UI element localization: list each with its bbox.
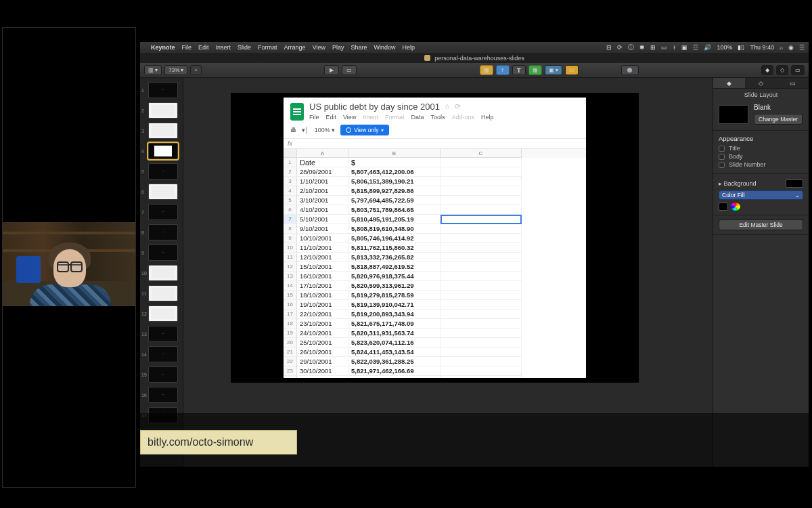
battery-icon[interactable]: ▮▯ xyxy=(738,44,744,51)
insert-shape-button[interactable]: ▦ xyxy=(528,65,542,75)
insert-comment-button[interactable]: ▭ xyxy=(565,65,579,75)
table-row: 1417/10/20015,820,599,313,961.29 xyxy=(284,281,586,291)
filter-icon: ▾│ xyxy=(302,127,309,133)
menu-share[interactable]: Share xyxy=(351,44,367,51)
webcam-feed xyxy=(3,222,135,306)
notifications-icon[interactable]: ☰ xyxy=(799,44,805,51)
view-mode-button[interactable]: ▥ ▾ xyxy=(144,65,162,75)
app-name[interactable]: Keynote xyxy=(151,44,175,51)
slide-thumbnail[interactable]: 8··· xyxy=(148,224,179,240)
menu-play[interactable]: Play xyxy=(332,44,344,51)
window-titlebar[interactable]: personal-data-warehouses-slides xyxy=(140,53,809,63)
wifi-icon[interactable]: ☲ xyxy=(693,44,698,51)
info-icon[interactable]: ⓘ xyxy=(628,43,634,52)
background-fill-select[interactable]: Color Fill⌄ xyxy=(719,190,803,200)
slide-thumbnail[interactable]: 10 xyxy=(148,265,179,281)
change-master-button[interactable]: Change Master xyxy=(754,114,803,125)
animate-inspector-button[interactable]: ◇ xyxy=(776,65,788,75)
slide-thumbnail[interactable]: 11 xyxy=(148,285,179,301)
menu-edit[interactable]: Edit xyxy=(198,44,209,51)
menu-insert[interactable]: Insert xyxy=(216,44,231,51)
master-preview xyxy=(719,105,748,124)
insert-table-button[interactable]: ▦ xyxy=(480,65,493,75)
sync-icon[interactable]: ⟳ xyxy=(617,44,623,51)
table-row: 2126/10/20015,824,411,453,143.54 xyxy=(284,347,586,357)
macos-menubar[interactable]: Keynote File Edit Insert Slide Format Ar… xyxy=(140,42,809,53)
background-swatch[interactable] xyxy=(786,179,803,188)
insert-chart-button[interactable]: ⫯ xyxy=(496,65,510,75)
checkbox-slide-number[interactable]: Slide Number xyxy=(719,161,803,168)
format-inspector-button[interactable]: ◆ xyxy=(761,65,773,75)
add-slide-button[interactable]: + xyxy=(190,65,202,75)
slide-thumbnail[interactable]: 13··· xyxy=(148,326,179,342)
insert-text-button[interactable]: T xyxy=(512,65,526,75)
slide-thumbnail[interactable]: 4 xyxy=(148,143,179,159)
menu-format[interactable]: Format xyxy=(258,44,277,51)
insert-media-button[interactable]: ▣ ▾ xyxy=(545,65,562,75)
table-row: 2431/10/20015,815,983,290,402.24 xyxy=(284,376,586,378)
sheets-menu-item: File xyxy=(309,114,319,121)
formula-bar: fx xyxy=(284,139,586,149)
appearance-label: Appearance xyxy=(719,135,803,142)
checkbox-body[interactable]: Body xyxy=(719,153,803,160)
webcam-panel xyxy=(2,27,136,488)
sheets-menu-item: Format xyxy=(385,114,405,121)
app-icon[interactable]: ▣ xyxy=(681,44,687,51)
menu-slide[interactable]: Slide xyxy=(238,44,251,51)
play-button[interactable]: ▶ xyxy=(324,65,339,75)
slide-thumbnail[interactable]: 2 xyxy=(148,102,179,119)
sheets-menu-item: Insert xyxy=(363,114,378,121)
bluetooth-icon[interactable]: ᚼ xyxy=(673,44,676,51)
collaborate-button[interactable] xyxy=(621,65,639,75)
sheets-zoom: 100% ▾ xyxy=(315,127,336,133)
color-wheel-icon[interactable] xyxy=(731,203,740,211)
menu-window[interactable]: Window xyxy=(374,44,396,51)
slide-thumbnail[interactable]: 17··· xyxy=(148,407,179,423)
present-button[interactable]: ▭ xyxy=(342,65,357,75)
table-row: 1619/10/20015,819,139,910,042.71 xyxy=(284,300,586,310)
slide-navigator[interactable]: 1···2345···67···8···9···10111213···14···… xyxy=(140,78,183,467)
grid-icon[interactable]: ⊞ xyxy=(650,44,656,51)
slide-thumbnail[interactable]: 16··· xyxy=(148,387,179,403)
col-header-b: B xyxy=(348,149,441,158)
menu-view[interactable]: View xyxy=(313,44,325,51)
edit-master-slide-button[interactable]: Edit Master Slide xyxy=(719,219,803,230)
clock[interactable]: Thu 9:40 xyxy=(750,44,774,51)
document-inspector-button[interactable]: ▭ xyxy=(791,65,805,75)
google-sheets-screenshot: US public debt by day since 2001 ☆ ⟳ Fil… xyxy=(284,98,586,378)
document-title: personal-data-warehouses-slides xyxy=(434,55,524,62)
slide-thumbnail[interactable]: 12 xyxy=(148,305,179,322)
keynote-window: Keynote File Edit Insert Slide Format Ar… xyxy=(140,42,809,467)
table-row: 1518/10/20015,819,279,815,278.59 xyxy=(284,291,586,300)
slide-thumbnail[interactable]: 9··· xyxy=(148,245,179,261)
inspector-tab-animate[interactable]: ◇ xyxy=(745,78,777,88)
inspector-tab-document[interactable]: ▭ xyxy=(777,78,809,88)
menu-file[interactable]: File xyxy=(182,44,192,51)
volume-icon[interactable]: 🔊 xyxy=(704,44,711,51)
zoom-button[interactable]: 73% ▾ xyxy=(164,65,187,75)
battery-pct[interactable]: 100% xyxy=(717,44,732,51)
display-icon[interactable]: ▭ xyxy=(661,44,667,51)
slide-thumbnail[interactable]: 5··· xyxy=(148,163,179,179)
current-slide[interactable]: US public debt by day since 2001 ☆ ⟳ Fil… xyxy=(231,93,639,383)
slide-thumbnail[interactable]: 15··· xyxy=(148,366,179,383)
menu-arrange[interactable]: Arrange xyxy=(284,44,306,51)
slide-thumbnail[interactable]: 1··· xyxy=(148,82,179,98)
table-row: 53/10/20015,797,694,485,722.59 xyxy=(284,196,586,205)
spotlight-icon[interactable]: ⌕ xyxy=(780,44,783,51)
background-label[interactable]: Background xyxy=(724,180,757,187)
color-swatch-black[interactable] xyxy=(719,203,728,211)
slide-thumbnail[interactable]: 7··· xyxy=(148,204,179,220)
dropbox-icon[interactable]: ⊟ xyxy=(606,44,612,51)
evernote-icon[interactable]: ✱ xyxy=(639,44,645,51)
inspector-tab-format[interactable]: ◆ xyxy=(713,78,745,88)
slide-canvas[interactable]: US public debt by day since 2001 ☆ ⟳ Fil… xyxy=(183,78,713,467)
menu-help[interactable]: Help xyxy=(403,44,415,51)
slide-thumbnail[interactable]: 3 xyxy=(148,123,179,139)
checkbox-title[interactable]: Title xyxy=(719,145,803,152)
table-row: 42/10/20015,815,899,927,829.86 xyxy=(284,186,586,196)
table-row: 2025/10/20015,823,620,074,112.16 xyxy=(284,338,586,347)
slide-thumbnail[interactable]: 6 xyxy=(148,184,179,200)
siri-icon[interactable]: ◉ xyxy=(788,44,794,51)
slide-thumbnail[interactable]: 14··· xyxy=(148,346,179,362)
